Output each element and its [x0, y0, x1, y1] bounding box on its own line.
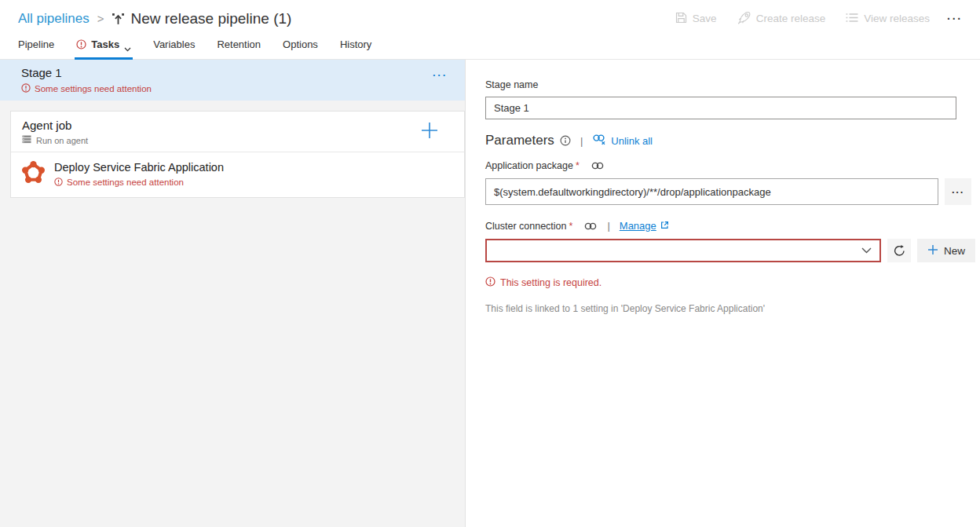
cluster-connection-label: Cluster connection — [485, 221, 567, 232]
tab-tasks-label: Tasks — [91, 38, 119, 50]
new-label: New — [944, 245, 965, 257]
tab-pipeline[interactable]: Pipeline — [18, 37, 54, 59]
refresh-button[interactable] — [887, 239, 911, 262]
breadcrumb-separator: > — [97, 12, 104, 25]
stage-warning-text: Some settings need attention — [35, 84, 152, 93]
manage-link[interactable]: Manage — [620, 220, 669, 232]
page-title: New release pipeline (1) — [131, 10, 292, 27]
refresh-icon — [893, 248, 906, 260]
linked-setting-note: This field is linked to 1 setting in 'De… — [485, 303, 980, 314]
dropdown-chevron-icon — [854, 247, 879, 254]
task-details-panel: Stage name Parameters | Unlink all Appli… — [466, 60, 980, 527]
task-title: Deploy Service Fabric Application — [54, 161, 224, 174]
agent-job-subtitle: Run on agent — [36, 136, 88, 145]
save-button[interactable]: Save — [675, 12, 717, 26]
link-icon[interactable] — [583, 221, 598, 231]
tab-history[interactable]: History — [340, 37, 371, 59]
new-connection-button[interactable]: New — [917, 239, 975, 262]
jobs-list: Agent job Run on agent — [10, 111, 465, 198]
view-releases-button[interactable]: View releases — [846, 13, 930, 25]
release-pipeline-icon — [112, 13, 125, 26]
create-release-label: Create release — [756, 13, 826, 24]
application-package-input[interactable] — [485, 178, 938, 205]
breadcrumb: All pipelines > New release pipeline (1) — [18, 10, 291, 27]
required-error-text: This setting is required. — [500, 277, 602, 288]
toolbar: Save Create release View releases ··· — [655, 11, 963, 27]
stage-name-input[interactable] — [485, 97, 956, 119]
tab-history-label: History — [340, 38, 371, 50]
browse-more-button[interactable]: ··· — [945, 178, 971, 205]
top-bar: All pipelines > New release pipeline (1)… — [0, 0, 980, 37]
service-fabric-icon — [21, 160, 46, 189]
divider-pipe: | — [607, 220, 609, 232]
warning-icon — [76, 39, 86, 52]
breadcrumb-all-pipelines[interactable]: All pipelines — [18, 11, 90, 27]
tab-pipeline-label: Pipeline — [18, 38, 54, 50]
save-label: Save — [693, 13, 717, 24]
tab-variables[interactable]: Variables — [153, 37, 195, 59]
tab-retention-label: Retention — [217, 38, 261, 50]
agent-job-title: Agent job — [22, 119, 452, 132]
server-icon — [22, 135, 31, 145]
cluster-connection-dropdown[interactable] — [485, 239, 881, 262]
required-mark: * — [576, 160, 580, 171]
stage-item-selected[interactable]: Stage 1 Some settings need attention ··· — [0, 60, 465, 101]
tab-options-label: Options — [283, 38, 318, 50]
tab-tasks[interactable]: Tasks — [76, 37, 131, 59]
external-link-icon — [660, 220, 669, 232]
warning-icon — [54, 175, 63, 189]
divider-pipe: | — [580, 135, 583, 147]
unlink-all-button[interactable]: Unlink all — [592, 134, 653, 148]
warning-icon — [485, 276, 495, 290]
rocket-icon — [737, 11, 751, 27]
list-icon — [846, 13, 858, 25]
stage-name-label: Stage 1 — [21, 66, 452, 79]
tab-options[interactable]: Options — [283, 37, 318, 59]
tab-variables-label: Variables — [153, 38, 195, 50]
tab-bar: Pipeline Tasks Variables Retention Optio… — [0, 37, 980, 60]
add-icon — [927, 244, 938, 258]
create-release-button[interactable]: Create release — [737, 11, 826, 27]
view-releases-label: View releases — [864, 13, 930, 24]
required-mark: * — [569, 221, 573, 232]
task-item-deploy-service-fabric[interactable]: Deploy Service Fabric Application Some s… — [11, 152, 464, 197]
tab-retention[interactable]: Retention — [217, 37, 261, 59]
add-task-button[interactable] — [420, 121, 439, 140]
unlink-icon — [592, 134, 606, 148]
link-icon[interactable] — [591, 161, 605, 170]
manage-label: Manage — [620, 220, 656, 232]
cluster-connection-input[interactable] — [487, 240, 854, 261]
warning-icon — [21, 82, 31, 96]
task-warning-text: Some settings need attention — [67, 177, 184, 187]
stage-more-button[interactable]: ··· — [433, 69, 448, 81]
info-icon[interactable] — [560, 135, 571, 146]
unlink-all-label: Unlink all — [611, 135, 653, 147]
parameters-heading: Parameters — [485, 133, 554, 148]
add-icon — [420, 130, 439, 142]
stage-name-field-label: Stage name — [485, 79, 538, 90]
chevron-down-icon — [124, 42, 131, 54]
application-package-label: Application package — [485, 160, 573, 171]
agent-job-item[interactable]: Agent job Run on agent — [11, 112, 464, 152]
toolbar-more-button[interactable]: ··· — [947, 13, 963, 25]
content: Stage 1 Some settings need attention ···… — [0, 60, 980, 527]
save-icon — [675, 12, 687, 26]
stages-panel: Stage 1 Some settings need attention ···… — [0, 60, 466, 527]
